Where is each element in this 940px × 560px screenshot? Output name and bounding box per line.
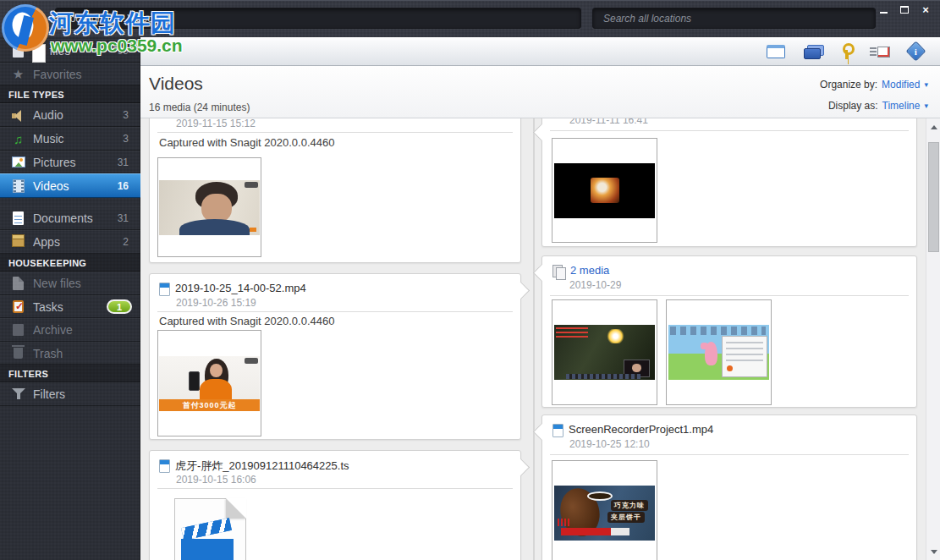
- divider: [550, 295, 909, 296]
- minimize-button[interactable]: [876, 3, 891, 15]
- key-button[interactable]: [841, 41, 851, 62]
- callout-arrow: [533, 264, 551, 282]
- breadcrumb-locations[interactable]: Locations: [64, 13, 107, 25]
- media-group-link[interactable]: 2 media: [570, 264, 609, 277]
- sidebar-item-label: Archive: [33, 323, 73, 337]
- divider: [157, 132, 513, 133]
- media-library-window: Locations ▸ Videos × All files 99 ★ Favo…: [0, 0, 940, 560]
- sidebar-item-favorites[interactable]: ★ Favorites: [0, 63, 140, 85]
- page-subtitle: 16 media (24 minutes): [149, 102, 250, 113]
- mail-icon: [870, 46, 890, 58]
- sidebar-item-label: Apps: [33, 235, 60, 249]
- thumbnail-man-portrait: [159, 180, 260, 235]
- thumbnail-cartoon-with-dialog: [668, 325, 769, 380]
- sidebar: All files 99 ★ Favorites FILE TYPES Audi…: [0, 37, 140, 560]
- media-group-icon: [552, 265, 565, 278]
- minimize-icon: [880, 12, 888, 14]
- callout-arrow: [512, 458, 530, 476]
- media-card[interactable]: 2019-11-15 15:12 Captured with Snagit 20…: [149, 118, 521, 263]
- sidebar-item-new-files[interactable]: New files: [0, 272, 140, 295]
- sidebar-item-documents[interactable]: Documents 31: [0, 206, 140, 230]
- media-caption: Captured with Snagit 2020.0.0.4460: [159, 315, 334, 327]
- sidebar-item-label: New files: [33, 277, 81, 290]
- sidebar-section-filters: FILTERS: [0, 365, 140, 382]
- media-filename[interactable]: 虎牙-胖炸_201909121110464225.ts: [175, 458, 349, 474]
- organize-by-control: Organize by: Modified ▾: [820, 79, 928, 91]
- picture-icon: [11, 155, 25, 169]
- thumbnail-game-stream: [554, 325, 655, 380]
- display-as-label: Display as:: [828, 100, 878, 112]
- thumbnail-woman-phone-ad: 首付3000元起: [159, 356, 260, 411]
- media-group-card[interactable]: 2 media 2019-10-29: [541, 255, 917, 408]
- sidebar-section-file-types: FILE TYPES: [0, 85, 140, 103]
- mail-button[interactable]: [870, 41, 890, 62]
- archive-icon: [11, 323, 25, 338]
- chevron-down-icon[interactable]: ▾: [924, 80, 928, 89]
- sidebar-item-all-files[interactable]: All files 99: [0, 39, 140, 63]
- document-icon: [11, 211, 25, 226]
- arrow-up-icon: [931, 122, 937, 129]
- title-bar: Locations ▸ Videos ×: [0, 0, 940, 37]
- cards-icon: [804, 45, 822, 58]
- media-caption: Captured with Snagit 2020.0.0.4460: [159, 136, 334, 149]
- sidebar-item-videos[interactable]: Videos 16: [0, 173, 140, 198]
- sidebar-item-archive[interactable]: Archive: [0, 318, 140, 342]
- video-thumbnail[interactable]: 首付3000元起: [157, 330, 261, 436]
- organize-by-value[interactable]: Modified: [882, 79, 920, 91]
- sidebar-item-tasks[interactable]: Tasks 1: [0, 295, 140, 318]
- item-count: 31: [118, 156, 140, 168]
- sidebar-item-audio[interactable]: Audio 3: [0, 103, 140, 127]
- media-card[interactable]: 虎牙-胖炸_201909121110464225.ts 2019-10-15 1…: [149, 450, 521, 560]
- thumbnail-watermark: [245, 358, 258, 364]
- sidebar-item-label: Documents: [33, 211, 93, 225]
- all-files-icon: [11, 44, 25, 58]
- scroll-down-button[interactable]: [926, 546, 940, 560]
- sidebar-item-label: Tasks: [33, 300, 63, 314]
- close-button[interactable]: ×: [918, 3, 933, 15]
- media-card[interactable]: ScreenRecorderProject1.mp4 2019-10-25 12…: [541, 415, 917, 560]
- page-header: Videos 16 media (24 minutes) Organize by…: [140, 66, 940, 118]
- clipboard-icon: [11, 299, 25, 314]
- vertical-scrollbar[interactable]: [926, 118, 940, 560]
- sidebar-item-trash[interactable]: Trash: [0, 342, 140, 365]
- cards-button[interactable]: [804, 41, 822, 62]
- video-thumbnail[interactable]: [552, 138, 657, 243]
- sidebar-item-music[interactable]: ♫ Music 3: [0, 127, 140, 151]
- sidebar-item-pictures[interactable]: Pictures 31: [0, 151, 140, 173]
- breadcrumb-videos[interactable]: Videos: [127, 13, 157, 25]
- video-thumbnail[interactable]: [552, 299, 657, 405]
- sidebar-item-filters[interactable]: Filters: [0, 382, 140, 406]
- sidebar-item-label: Favorites: [33, 68, 82, 81]
- divider: [157, 488, 513, 489]
- scroll-up-button[interactable]: [926, 118, 940, 132]
- close-icon: ×: [922, 4, 929, 15]
- page-title: Videos: [149, 74, 203, 94]
- media-card[interactable]: 2019-11-11 16:41: [541, 118, 917, 247]
- maximize-button[interactable]: [897, 3, 912, 15]
- sidebar-item-apps[interactable]: Apps 2: [0, 230, 140, 254]
- info-icon: i: [905, 41, 926, 61]
- media-card[interactable]: 2019-10-25_14-00-52.mp4 2019-10-26 15:19…: [149, 273, 521, 440]
- video-file-placeholder-icon[interactable]: [174, 498, 246, 560]
- sidebar-item-label: Trash: [33, 347, 63, 360]
- video-thumbnail[interactable]: 巧克力味 夹层饼干: [552, 460, 657, 560]
- window-icon: [767, 45, 785, 58]
- video-thumbnail[interactable]: [157, 157, 261, 257]
- video-thumbnail[interactable]: [666, 299, 772, 405]
- search-input[interactable]: [602, 12, 866, 25]
- window-view-button[interactable]: [767, 41, 785, 62]
- item-count: 3: [123, 109, 140, 121]
- item-count: 99: [118, 45, 140, 57]
- timeline-spine: [533, 118, 535, 560]
- info-button[interactable]: i: [909, 41, 923, 62]
- media-filename[interactable]: ScreenRecorderProject1.mp4: [569, 423, 713, 436]
- display-as-value[interactable]: Timeline: [882, 100, 921, 112]
- chevron-down-icon[interactable]: ▾: [924, 102, 928, 110]
- callout-arrow: [533, 124, 551, 141]
- display-as-control: Display as: Timeline ▾: [828, 100, 928, 112]
- filmstrip-icon: [11, 178, 25, 193]
- media-filename[interactable]: 2019-10-25_14-00-52.mp4: [175, 282, 306, 294]
- scrollbar-thumb[interactable]: [928, 142, 939, 252]
- breadcrumb-arrow-icon: ▸: [115, 14, 119, 23]
- sidebar-item-label: Filters: [33, 387, 65, 401]
